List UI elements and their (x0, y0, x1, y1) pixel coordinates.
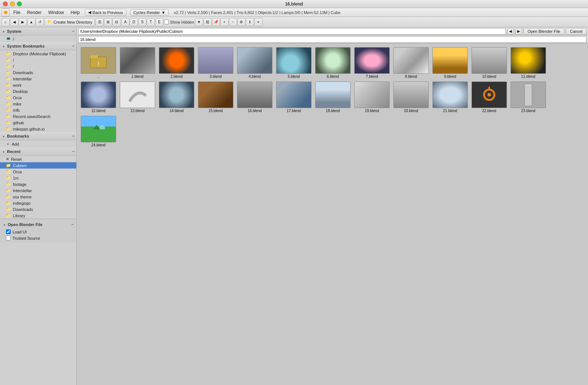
sidebar-item-osx-theme[interactable]: 📁 osx theme (0, 194, 76, 200)
sidebar-item-mfb[interactable]: 📁 mfb (0, 107, 76, 113)
close-button[interactable] (3, 1, 8, 6)
filter-button[interactable]: ▼ (195, 18, 203, 26)
sidebar-item-footage[interactable]: 📁 footage (0, 181, 76, 187)
list-item[interactable]: 12.blend (80, 81, 117, 114)
list-view-button[interactable]: ☰ (95, 18, 104, 26)
trusted-source-row[interactable]: Trusted Source (3, 235, 73, 241)
sidebar-item-mikepan-github[interactable]: 📁 mikepan.github.io (0, 126, 76, 132)
sort-type-button[interactable]: T (147, 18, 155, 26)
list-item[interactable]: 3.blend (197, 46, 234, 79)
list-item[interactable]: 18.blend (314, 81, 352, 114)
render-mode-select[interactable]: Cycles Render ▼ (130, 9, 169, 16)
sidebar-item-downloads[interactable]: 📁 Downloads (0, 69, 76, 76)
list-item[interactable]: 19.blend (353, 81, 391, 114)
list-item[interactable]: 9.blend (431, 46, 469, 79)
link-button[interactable]: ⛓ (203, 18, 212, 26)
grid-view-button[interactable]: ⊞ (104, 18, 112, 26)
menu-help[interactable]: Help (67, 9, 83, 16)
cancel-button[interactable]: Cancel (566, 28, 587, 35)
sort-date-button[interactable]: D (130, 18, 138, 26)
path-input[interactable] (78, 28, 506, 35)
forward-button[interactable]: ▶ (19, 18, 27, 26)
add-bookmark-button[interactable]: ＋ Add (0, 141, 76, 148)
sidebar-item-slash2[interactable]: 📁 / (0, 63, 76, 69)
window-controls[interactable] (3, 1, 22, 6)
sidebar-item-work[interactable]: 📁 work (0, 82, 76, 88)
back-to-previous-button[interactable]: ◀ Back to Previous (85, 9, 126, 16)
sidebar-item-indiegogo[interactable]: 📁 indiegogo (0, 200, 76, 206)
sidebar-item-interstellar[interactable]: 📁 Interstellar (0, 76, 76, 82)
path-next-button[interactable]: ▶ (515, 28, 522, 35)
list-item[interactable]: 15.blend (197, 81, 234, 114)
list-item[interactable]: 24.blend (80, 115, 117, 148)
list-item[interactable]: 13.blend (119, 81, 156, 114)
system-section-menu-icon[interactable]: ··· (72, 28, 74, 34)
minimize-button[interactable] (10, 1, 15, 6)
sidebar-item-github[interactable]: 📁 github (0, 119, 76, 126)
menu-file[interactable]: File (10, 9, 23, 16)
list-item[interactable]: 20.blend (392, 81, 430, 114)
list-item[interactable]: 10.blend (470, 46, 508, 79)
trusted-source-checkbox[interactable] (6, 236, 11, 240)
sidebar-item-downloads-recent[interactable]: 📁 Downloads (0, 206, 76, 212)
sidebar-item-cubism[interactable]: 📁 Cubism (0, 162, 76, 169)
path-prev-button[interactable]: ◀ (507, 28, 514, 35)
sidebar-item-root[interactable]: 📁 / (0, 57, 76, 63)
list-item[interactable]: 2.blend (158, 46, 195, 79)
list-item[interactable]: 16.blend (236, 81, 274, 114)
new-directory-button[interactable]: 📁 Create New Directory (45, 18, 95, 26)
list-item[interactable]: 21.blend (431, 81, 469, 114)
show-hidden-checkbox-label[interactable]: Show Hidden (164, 20, 194, 24)
bookmarks2-menu-icon[interactable]: ··· (72, 133, 74, 139)
bookmarks-section-menu-icon[interactable]: ··· (72, 43, 74, 49)
list-item[interactable]: 22.blend (470, 81, 508, 114)
blender-icon[interactable]: 🔶 (1, 8, 10, 17)
back-button[interactable]: ◀ (10, 18, 18, 26)
list-item[interactable]: ↑ .. (80, 46, 117, 79)
list-item[interactable]: 1.blend (119, 46, 156, 79)
filename-input[interactable] (78, 36, 587, 43)
open-blender-file-button[interactable]: Open Blender File (523, 28, 564, 35)
sidebar-item-dropbox[interactable]: 📁 Dropbox (Molecular Flipbook) (0, 51, 76, 57)
list-item[interactable]: 4.blend (236, 46, 274, 79)
zoom-in-button[interactable]: + (220, 18, 229, 26)
menu-window[interactable]: Window (45, 9, 67, 16)
list-item[interactable]: 17.blend (275, 81, 313, 114)
info-button[interactable]: ℹ (246, 18, 254, 26)
recent-menu-icon[interactable]: ··· (72, 149, 74, 155)
sidebar-item-mike[interactable]: 📁 mike (0, 101, 76, 107)
home-button[interactable]: ⌂ (1, 18, 10, 26)
extra-button[interactable]: ≡ (254, 18, 262, 26)
show-hidden-checkbox[interactable] (164, 20, 169, 24)
sidebar-item-root-drive[interactable]: 💻 / (0, 36, 76, 42)
sort-ext-button[interactable]: E (155, 18, 163, 26)
detail-view-button[interactable]: ⊟ (112, 18, 121, 26)
pin-button[interactable]: 📌 (212, 18, 220, 26)
sort-az-button[interactable]: A (121, 18, 129, 26)
reload-button[interactable]: ↺ (36, 18, 44, 26)
load-ui-row[interactable]: Load UI (3, 229, 73, 235)
list-item[interactable]: 14.blend (158, 81, 195, 114)
sort-size-button[interactable]: S (138, 18, 146, 26)
list-item[interactable]: 5.blend (275, 46, 313, 79)
list-item[interactable]: 6.blend (314, 46, 352, 79)
list-item[interactable]: 23.blend (509, 81, 547, 114)
sidebar-item-desktop[interactable]: 📁 Desktop (0, 88, 76, 94)
sidebar-item-library[interactable]: 📁 Library (0, 212, 76, 219)
sidebar-item-interstellar-recent[interactable]: 📁 Interstellar (0, 187, 76, 194)
load-ui-checkbox[interactable] (6, 229, 11, 234)
maximize-button[interactable] (17, 1, 22, 6)
list-item[interactable]: 8.blend (392, 46, 430, 79)
menu-render[interactable]: Render (24, 9, 44, 16)
settings-button[interactable]: ⚙ (237, 18, 246, 26)
sidebar-item-recent-saved-search[interactable]: 📁 Recent.savedSearch (0, 113, 76, 119)
open-blender-menu-icon[interactable]: ··· (71, 222, 73, 228)
zoom-out-button[interactable]: − (229, 18, 237, 26)
up-button[interactable]: ▲ (27, 18, 35, 26)
list-item[interactable]: 11.blend (509, 46, 547, 79)
sidebar-item-orca[interactable]: 📁 Orca (0, 94, 76, 101)
sidebar-item-1m[interactable]: 📁 1m (0, 175, 76, 181)
reset-recent-button[interactable]: ✕ Reset (0, 156, 76, 162)
sidebar-item-orca-recent[interactable]: 📁 Orca (0, 169, 76, 175)
list-item[interactable]: 7.blend (353, 46, 391, 79)
